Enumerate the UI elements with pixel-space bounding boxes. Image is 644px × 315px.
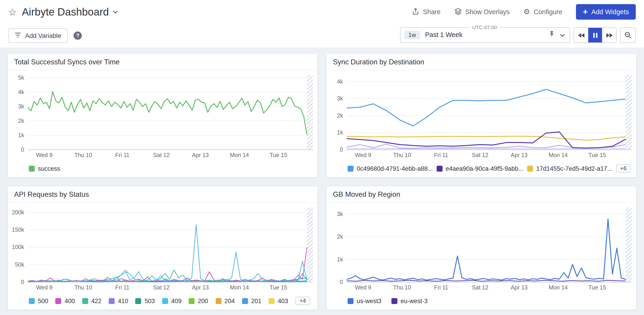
legend-label: 201 xyxy=(251,298,262,304)
legend-swatch xyxy=(242,298,248,304)
legend-label: 200 xyxy=(198,298,208,304)
svg-text:Thu 10: Thu 10 xyxy=(393,284,411,291)
legend-item[interactable]: eu-west-3 xyxy=(392,298,428,304)
share-icon xyxy=(412,7,419,16)
legend-label: eu-west-3 xyxy=(400,298,428,304)
legend-swatch xyxy=(348,165,354,171)
header-toolbar-row: Add Variable ? UTC-07:00 1w Past 1 Week xyxy=(8,24,636,47)
toolbar-left: Add Variable ? xyxy=(8,28,82,43)
legend-item[interactable]: us-west3 xyxy=(348,298,382,304)
pause-icon xyxy=(593,33,597,38)
svg-text:Wed 9: Wed 9 xyxy=(355,284,371,291)
svg-text:3k: 3k xyxy=(337,95,343,102)
legend-label: 500 xyxy=(38,298,48,304)
legend-label: 503 xyxy=(144,298,155,304)
legend-label: 17d1455c-7ed5-49d2-a17... xyxy=(536,165,612,172)
legend-label: us-west3 xyxy=(357,298,382,304)
time-controls: UTC-07:00 1w Past 1 Week xyxy=(400,25,636,43)
legend-swatch xyxy=(136,298,141,304)
pin-icon[interactable] xyxy=(548,30,555,39)
svg-text:Tue 15: Tue 15 xyxy=(588,284,606,291)
add-variable-button[interactable]: Add Variable xyxy=(8,28,68,43)
line-chart-api-requests[interactable]: 050k100k150k200kWed 9Thu 10Fri 11Sat 12A… xyxy=(8,203,318,294)
legend-item[interactable]: 201 xyxy=(242,298,262,304)
widget-title: Sync Duration by Destination xyxy=(326,54,636,70)
line-chart-total-syncs[interactable]: 01k2k3k4k5kWed 9Thu 10Fri 11Sat 12Apr 13… xyxy=(8,70,318,162)
svg-text:Sat 12: Sat 12 xyxy=(153,152,170,158)
widget-title: API Requests by Status xyxy=(8,186,318,203)
svg-text:2k: 2k xyxy=(337,112,343,119)
legend-label: 0c49680d-4791-4ebb-a88... xyxy=(357,165,433,172)
page-title: Airbyte Dashboard xyxy=(22,6,109,18)
legend-item[interactable]: 400 xyxy=(56,298,75,304)
widget-gb-moved: GB Moved by Region 01k2k3kWed 9Thu 10Fri… xyxy=(326,186,637,310)
legend-swatch xyxy=(29,165,35,171)
share-button[interactable]: Share xyxy=(412,7,440,16)
legend-label: 409 xyxy=(171,298,182,304)
zoom-out-icon xyxy=(624,31,632,39)
legend-item[interactable]: 422 xyxy=(82,298,102,304)
legend-item[interactable]: 409 xyxy=(162,298,182,304)
time-range-picker[interactable]: UTC-07:00 1w Past 1 Week xyxy=(400,25,570,43)
svg-text:Apr 13: Apr 13 xyxy=(192,152,209,158)
dashboard-header: ☆ Airbyte Dashboard Share Show Overlays xyxy=(0,0,644,47)
layers-icon xyxy=(454,7,462,16)
time-backward-button[interactable] xyxy=(574,28,588,42)
add-widgets-button[interactable]: + Add Widgets xyxy=(576,4,636,20)
legend-item[interactable]: 403 xyxy=(268,298,288,304)
widget-title: Total Successful Syncs over Time xyxy=(8,54,318,70)
legend-item[interactable]: 204 xyxy=(215,298,235,304)
legend-more-badge[interactable]: +4 xyxy=(295,297,310,305)
legend-item[interactable]: 17d1455c-7ed5-49d2-a17... xyxy=(527,165,612,172)
legend-item[interactable]: 500 xyxy=(29,298,48,304)
show-overlays-button[interactable]: Show Overlays xyxy=(454,7,510,16)
svg-text:50k: 50k xyxy=(15,261,24,268)
legend-label: 403 xyxy=(278,298,288,304)
svg-text:Apr 13: Apr 13 xyxy=(511,152,528,158)
favorite-star-icon[interactable]: ☆ xyxy=(8,7,17,17)
legend-item[interactable]: success xyxy=(29,165,60,172)
svg-text:Tue 15: Tue 15 xyxy=(270,284,287,291)
add-widgets-label: Add Widgets xyxy=(592,8,629,15)
chart-legend: success xyxy=(8,162,318,177)
range-shortcut-chip[interactable]: 1w xyxy=(404,30,420,39)
range-dropdown-caret-icon[interactable] xyxy=(560,30,565,39)
line-chart-gb-moved[interactable]: 01k2k3kWed 9Thu 10Fri 11Sat 12Apr 13Mon … xyxy=(326,203,636,294)
chart-legend: 500400422410503409200204201403+4 xyxy=(8,294,318,310)
svg-text:Tue 15: Tue 15 xyxy=(270,152,287,158)
help-icon[interactable]: ? xyxy=(74,31,82,40)
zoom-out-button[interactable] xyxy=(620,27,636,43)
legend-item[interactable]: e4aea90a-90ca-49f5-9abb... xyxy=(436,165,524,172)
gear-icon: ⚙ xyxy=(524,8,530,15)
svg-text:Mon 14: Mon 14 xyxy=(230,152,249,158)
widget-api-requests: API Requests by Status 050k100k150k200kW… xyxy=(7,186,318,310)
pause-button[interactable] xyxy=(588,28,602,42)
legend-swatch xyxy=(215,298,221,304)
svg-text:0: 0 xyxy=(340,146,343,153)
legend-swatch xyxy=(348,298,354,304)
svg-text:Fri 11: Fri 11 xyxy=(434,152,448,158)
svg-text:3k: 3k xyxy=(337,211,343,217)
configure-button[interactable]: ⚙ Configure xyxy=(524,8,562,15)
legend-item[interactable]: 410 xyxy=(109,298,128,304)
svg-text:2k: 2k xyxy=(337,233,343,240)
chart-legend: 0c49680d-4791-4ebb-a88...e4aea90a-90ca-4… xyxy=(326,162,636,177)
svg-text:5k: 5k xyxy=(18,74,24,81)
filter-icon xyxy=(14,32,21,39)
legend-label: success xyxy=(38,165,60,172)
chart-legend: us-west3eu-west-3 xyxy=(326,294,636,310)
line-chart-sync-duration[interactable]: 01k2k3k4kWed 9Thu 10Fri 11Sat 12Apr 13Mo… xyxy=(326,70,636,162)
title-chevron-down-icon[interactable] xyxy=(113,10,118,13)
legend-more-badge[interactable]: +6 xyxy=(616,164,631,173)
svg-text:Mon 14: Mon 14 xyxy=(230,284,249,291)
share-label: Share xyxy=(423,8,440,15)
svg-text:Fri 11: Fri 11 xyxy=(115,152,130,158)
svg-text:2k: 2k xyxy=(18,118,24,124)
svg-text:100k: 100k xyxy=(12,244,24,250)
legend-swatch xyxy=(268,298,274,304)
legend-item[interactable]: 0c49680d-4791-4ebb-a88... xyxy=(348,165,433,172)
legend-item[interactable]: 200 xyxy=(189,298,208,304)
svg-text:Mon 14: Mon 14 xyxy=(549,284,568,291)
legend-item[interactable]: 503 xyxy=(136,298,155,304)
time-forward-button[interactable] xyxy=(602,28,616,42)
